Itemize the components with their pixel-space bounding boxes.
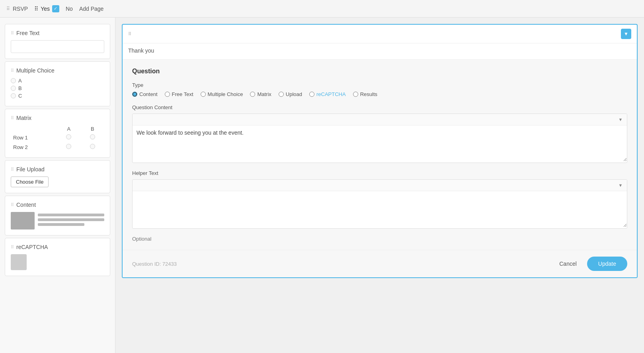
sidebar-item-free-text[interactable]: ⠿ Free Text <box>5 24 110 59</box>
sidebar-item-title-free-text: ⠿ Free Text <box>11 30 104 36</box>
content-line-3 <box>38 223 84 226</box>
sidebar-item-matrix[interactable]: ⠿ Matrix A B Row 1 <box>5 109 110 158</box>
type-option-multiple-choice[interactable]: Multiple Choice <box>201 91 243 97</box>
matrix-row1-a <box>66 134 71 139</box>
yes-label: Yes <box>41 6 50 12</box>
helper-text-textarea[interactable] <box>133 191 627 227</box>
file-upload-drag-icon: ⠿ <box>11 167 14 172</box>
mc-drag-icon: ⠿ <box>11 68 14 73</box>
sidebar-item-title-recaptcha: ⠿ reCAPTCHA <box>11 244 104 250</box>
question-content-toolbar: ▼ <box>133 114 627 126</box>
nav-rsvp[interactable]: ⠿ RSVP <box>6 6 28 12</box>
matrix-row2-a <box>66 144 71 149</box>
mc-option-a-label: A <box>18 78 22 84</box>
card-drag-icon: ⠿ <box>128 31 131 37</box>
file-upload-label: File Upload <box>16 166 45 173</box>
type-radio-results[interactable] <box>353 92 358 97</box>
matrix-row-2-label: Row 2 <box>11 142 57 152</box>
matrix-label: Matrix <box>16 115 31 121</box>
main-layout: ⠿ Free Text ⠿ Multiple Choice A B C <box>0 18 644 353</box>
recaptcha-label: reCAPTCHA <box>16 244 48 250</box>
type-radio-recaptcha[interactable] <box>309 92 314 97</box>
matrix-row-2: Row 2 <box>11 142 104 152</box>
question-content-textarea[interactable] <box>133 126 627 161</box>
type-option-free-text[interactable]: Free Text <box>165 91 193 97</box>
sidebar-item-content[interactable]: ⠿ Content <box>5 196 110 235</box>
mc-radio-b <box>11 86 16 91</box>
sidebar-item-title-multiple-choice: ⠿ Multiple Choice <box>11 67 104 74</box>
question-form: Question Type Content Free Text <box>123 60 637 250</box>
type-option-upload[interactable]: Upload <box>279 91 302 97</box>
type-option-matrix[interactable]: Matrix <box>250 91 271 97</box>
type-free-text-label: Free Text <box>172 91 193 97</box>
type-label: Type <box>132 82 627 88</box>
card-collapse-icon: ▼ <box>624 31 628 37</box>
type-form-group: Type Content Free Text Multiple Choic <box>132 82 627 97</box>
nav-add-page[interactable]: Add Page <box>79 6 104 12</box>
card-collapse-button[interactable]: ▼ <box>621 29 631 39</box>
question-section-title: Question <box>132 68 627 75</box>
form-footer: Question ID: 72433 Cancel Update <box>123 250 637 277</box>
thank-you-label: Thank you <box>128 47 154 54</box>
toolbar-expand-icon[interactable]: ▼ <box>617 116 624 124</box>
type-matrix-label: Matrix <box>257 91 271 97</box>
helper-toolbar-expand-icon[interactable]: ▼ <box>617 181 624 189</box>
matrix-row2-b <box>90 144 95 149</box>
choose-file-button[interactable]: Choose File <box>11 176 49 187</box>
type-recaptcha-label: reCAPTCHA <box>316 91 346 97</box>
matrix-preview-table: A B Row 1 Row 2 <box>11 125 104 152</box>
nav-yes[interactable]: ⠿ Yes ✓ <box>34 5 59 12</box>
update-button[interactable]: Update <box>587 257 627 271</box>
matrix-row-1: Row 1 <box>11 133 104 142</box>
question-content-label: Question Content <box>132 104 627 110</box>
sidebar: ⠿ Free Text ⠿ Multiple Choice A B C <box>0 18 115 353</box>
mc-option-c: C <box>11 93 104 99</box>
mc-label: Multiple Choice <box>16 67 55 74</box>
mc-radio-a <box>11 78 16 83</box>
question-content-editor: ▼ <box>132 114 627 163</box>
matrix-empty-header <box>11 125 57 133</box>
rsvp-drag-icon: ⠿ <box>6 6 10 12</box>
sidebar-item-title-content: ⠿ Content <box>11 202 104 208</box>
type-radio-upload[interactable] <box>279 92 284 97</box>
free-text-drag-icon: ⠿ <box>11 31 14 36</box>
yes-checkbox-icon: ✓ <box>52 5 59 12</box>
matrix-col-a: A <box>57 125 80 133</box>
recaptcha-preview-box <box>11 254 27 270</box>
matrix-row-1-label: Row 1 <box>11 133 57 142</box>
main-content: ⠿ ▼ Thank you Question Type C <box>115 18 644 353</box>
add-page-label: Add Page <box>79 6 104 12</box>
rsvp-label: RSVP <box>13 6 28 12</box>
yes-drag-icon: ⠿ <box>34 6 38 12</box>
type-upload-label: Upload <box>286 91 302 97</box>
question-content-form-group: Question Content ▼ <box>132 104 627 163</box>
type-option-recaptcha[interactable]: reCAPTCHA <box>309 91 346 97</box>
type-radio-content[interactable] <box>132 92 137 97</box>
sidebar-item-file-upload[interactable]: ⠿ File Upload Choose File <box>5 160 110 193</box>
sidebar-item-multiple-choice[interactable]: ⠿ Multiple Choice A B C <box>5 61 110 106</box>
sidebar-item-recaptcha[interactable]: ⠿ reCAPTCHA <box>5 238 110 276</box>
matrix-row1-b <box>90 134 95 139</box>
type-radio-multiple-choice[interactable] <box>201 92 206 97</box>
type-option-content[interactable]: Content <box>132 91 158 97</box>
type-option-results[interactable]: Results <box>353 91 377 97</box>
content-label: Content <box>16 202 36 208</box>
free-text-preview-input[interactable] <box>11 40 104 53</box>
footer-buttons: Cancel Update <box>553 257 627 271</box>
helper-text-toolbar: ▼ <box>133 180 627 191</box>
mc-option-c-label: C <box>18 93 22 99</box>
type-radio-free-text[interactable] <box>165 92 170 97</box>
question-card: ⠿ ▼ Thank you Question Type C <box>122 24 638 278</box>
type-multiple-choice-label: Multiple Choice <box>208 91 243 97</box>
sidebar-item-title-matrix: ⠿ Matrix <box>11 115 104 121</box>
type-content-label: Content <box>139 91 158 97</box>
type-radio-matrix[interactable] <box>250 92 255 97</box>
nav-no[interactable]: No <box>66 6 73 12</box>
cancel-button[interactable]: Cancel <box>553 257 583 271</box>
mc-option-b: B <box>11 85 104 91</box>
no-label: No <box>66 6 73 12</box>
content-image-placeholder <box>11 212 35 229</box>
recaptcha-drag-icon: ⠿ <box>11 245 14 250</box>
content-text-lines <box>38 214 104 226</box>
top-nav: ⠿ RSVP ⠿ Yes ✓ No Add Page <box>0 0 644 18</box>
